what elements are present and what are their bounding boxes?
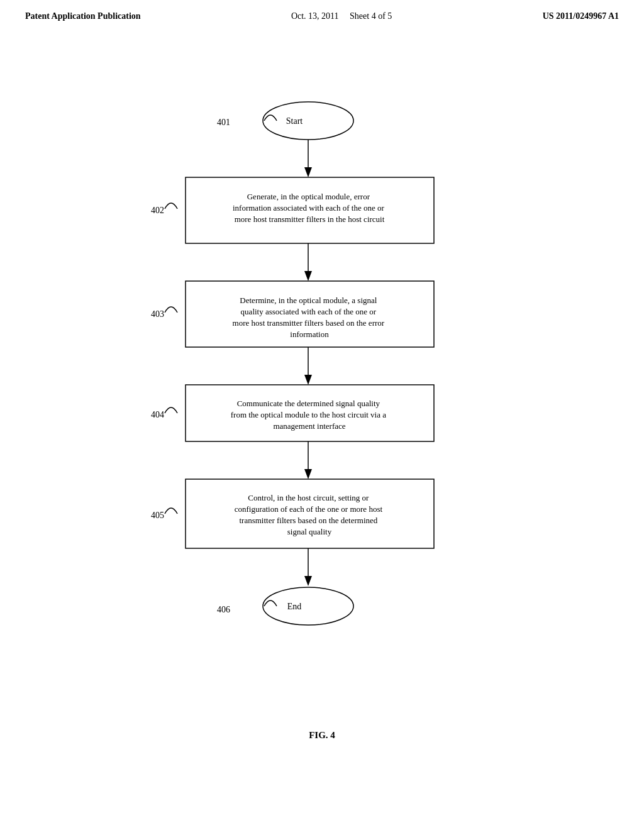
arrowhead-401-402: [304, 167, 312, 177]
node-402-tick: [165, 203, 177, 209]
arrowhead-403-404: [304, 375, 312, 385]
node-404-tick: [165, 407, 177, 413]
header-sheet: Sheet 4 of 5: [350, 11, 392, 21]
node-405-rect: [186, 479, 434, 548]
header-date-sheet: Oct. 13, 2011 Sheet 4 of 5: [291, 11, 392, 21]
node-406-label: End: [287, 602, 302, 611]
node-401-num: 401: [217, 118, 230, 127]
node-405-num: 405: [151, 511, 164, 520]
node-402-label: Generate, in the optical module, error i…: [233, 192, 386, 224]
node-405-tick: [165, 508, 177, 514]
node-403-tick: [165, 307, 177, 313]
arrowhead-402-403: [304, 271, 312, 281]
header-patent-number: US 2011/0249967 A1: [543, 11, 619, 21]
node-403-num: 403: [151, 309, 164, 319]
page-header: Patent Application Publication Oct. 13, …: [0, 0, 644, 28]
figure-caption: FIG. 4: [309, 730, 335, 740]
arrowhead-405-406: [304, 576, 312, 586]
flowchart-svg: 401 Start 402 Generate, in the optical m…: [0, 34, 644, 776]
node-404-num: 404: [151, 410, 164, 419]
node-406-num: 406: [217, 605, 230, 614]
node-401-label: Start: [286, 116, 303, 126]
node-402-num: 402: [151, 206, 164, 215]
header-date: Oct. 13, 2011: [291, 11, 339, 21]
arrowhead-404-405: [304, 469, 312, 479]
header-publication-label: Patent Application Publication: [25, 11, 141, 21]
flowchart-container: 401 Start 402 Generate, in the optical m…: [0, 34, 644, 776]
